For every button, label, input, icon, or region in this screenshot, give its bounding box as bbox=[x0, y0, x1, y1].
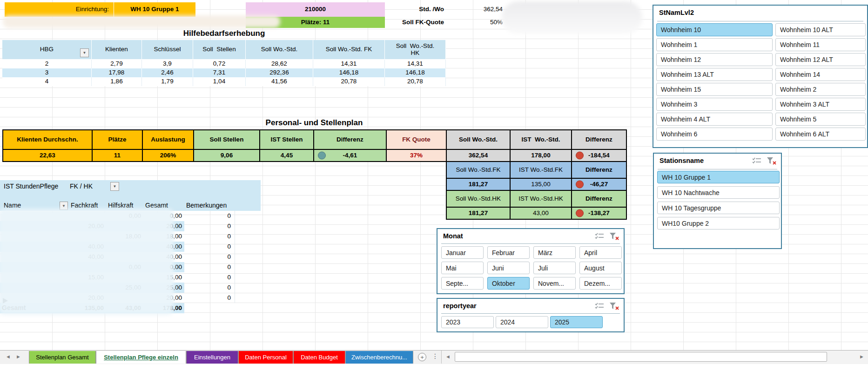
fk-value-soll: 181,27 bbox=[446, 178, 511, 191]
std-wo-value: 362,54 bbox=[446, 2, 505, 17]
tab-stellenplan-gesamt[interactable]: Stellenplan Gesamt bbox=[29, 351, 96, 364]
slicer-item-wh10-gruppe1[interactable]: WH 10 Gruppe 1 bbox=[657, 171, 780, 183]
slicer-item-2025[interactable]: 2025 bbox=[550, 316, 603, 328]
slicer-item-januar[interactable]: Januar bbox=[441, 246, 484, 259]
table-cell: 0 bbox=[184, 211, 235, 221]
negative-status-circle-icon bbox=[576, 181, 584, 189]
add-sheet-icon[interactable]: + bbox=[418, 353, 426, 361]
scrollbar-thumb[interactable] bbox=[455, 352, 827, 362]
slicer-item-2024[interactable]: 2024 bbox=[496, 316, 548, 328]
hk-value-differenz: -138,27 bbox=[571, 207, 627, 220]
slicer-item[interactable]: Wohnheim 5 bbox=[775, 113, 866, 126]
table-cell: 0 bbox=[184, 272, 235, 283]
soll-fk-quote-label: Soll FK-Quote bbox=[386, 17, 444, 28]
clear-filter-icon[interactable] bbox=[609, 302, 620, 311]
table-cell: 0 bbox=[184, 221, 235, 231]
slicer-item[interactable]: Wohnheim 11 bbox=[775, 38, 866, 51]
fk-hk-filter-dropdown-icon[interactable]: ▼ bbox=[110, 182, 119, 191]
redaction-blur bbox=[3, 15, 280, 28]
slicer-item[interactable]: Wohnheim 3 ALT bbox=[775, 98, 866, 111]
table-cell: 0 bbox=[184, 231, 235, 242]
tab-einstellungen[interactable]: Einstellungen bbox=[186, 351, 238, 364]
hk-col-soll: Soll Wo.-Std.HK bbox=[446, 190, 511, 208]
multi-select-icon[interactable] bbox=[594, 232, 605, 241]
plan-col-differenz: Differenz bbox=[313, 129, 387, 150]
hbe-col-soll-wo-std-fk: Soll Wo.-Std. FK bbox=[313, 40, 385, 60]
slicer-item[interactable]: Wohnheim 10 ALT bbox=[775, 23, 866, 36]
hbe-col-soll-stellen: Soll Stellen bbox=[193, 40, 246, 60]
slicer-item[interactable]: Wohnheim 4 ALT bbox=[656, 113, 773, 126]
slicer-item[interactable]: Wohnheim 13 ALT bbox=[656, 68, 773, 81]
plan-value: 22,63 bbox=[2, 149, 93, 162]
einrichtung-value: WH 10 Gruppe 1 bbox=[114, 2, 195, 17]
slicer-item-september[interactable]: Septe... bbox=[441, 277, 484, 290]
multi-select-icon[interactable] bbox=[594, 302, 605, 311]
tab-daten-personal[interactable]: Daten Personal bbox=[238, 351, 293, 364]
table-cell: 0 bbox=[184, 262, 235, 272]
slicer-item-februar[interactable]: Februar bbox=[487, 246, 530, 259]
hk-value-ist: 43,00 bbox=[510, 207, 572, 220]
hk-col-ist: IST Wo.-Std.HK bbox=[510, 190, 572, 208]
slicer-item[interactable]: Wohnheim 12 bbox=[656, 53, 773, 66]
plan-value: 178,00 bbox=[510, 149, 572, 162]
slicer-item-juni[interactable]: Juni bbox=[487, 262, 530, 274]
monat-slicer-title: Monat bbox=[443, 232, 463, 240]
hbe-col-soll-wo-std: Soll Wo.-Std. bbox=[246, 40, 313, 60]
cost-center-cell: 210000 bbox=[246, 2, 385, 17]
slicer-item[interactable]: WH 10 Nachtwache bbox=[657, 186, 780, 199]
hbe-cell: 20,78 bbox=[385, 77, 446, 86]
slicer-item[interactable]: Wohnheim 1 bbox=[656, 38, 773, 51]
slicer-item-oktober[interactable]: Oktober bbox=[487, 277, 530, 290]
hbe-cell: 14,31 bbox=[313, 60, 385, 68]
slicer-item[interactable]: Wohnheim 12 ALT bbox=[775, 53, 866, 66]
hbe-cell: 3,9 bbox=[142, 60, 193, 68]
slicer-item-juli[interactable]: Juli bbox=[533, 262, 576, 274]
slicer-item[interactable]: Wohnheim 6 ALT bbox=[775, 128, 866, 141]
slicer-item-maerz[interactable]: März bbox=[533, 246, 576, 259]
slicer-item-wohnheim-10[interactable]: Wohnheim 10 bbox=[656, 23, 773, 36]
clear-filter-icon[interactable] bbox=[766, 156, 777, 166]
slicer-item[interactable]: Wohnheim 14 bbox=[775, 68, 866, 81]
hbe-cell: 1,79 bbox=[142, 77, 193, 86]
clear-filter-icon[interactable] bbox=[609, 232, 620, 241]
table-cell: 0 bbox=[184, 252, 235, 262]
slicer-item-november[interactable]: Novem... bbox=[533, 277, 576, 290]
scroll-left-icon[interactable]: ◄ bbox=[445, 354, 451, 359]
spreadsheet: Einrichtung: WH 10 Gruppe 1 210000 Std. … bbox=[0, 0, 868, 371]
scroll-right-icon[interactable]: ► bbox=[859, 354, 864, 359]
slicer-item[interactable]: WH 10 Tagesgruppe bbox=[657, 202, 780, 214]
slicer-item-april[interactable]: April bbox=[579, 246, 622, 259]
hbe-cell: 4 bbox=[2, 77, 92, 86]
tab-zwischenberechnung[interactable]: Zwischenberechnu... bbox=[345, 351, 413, 364]
stationsname-slicer: Stationsname WH 10 Gruppe 1 WH 10 Nachtw… bbox=[653, 153, 782, 249]
slicer-item[interactable]: Wohnheim 6 bbox=[656, 128, 773, 141]
negative-status-circle-icon bbox=[576, 209, 584, 217]
slicer-item-mai[interactable]: Mai bbox=[441, 262, 484, 274]
prev-sheet-icon[interactable]: ◄ bbox=[6, 354, 11, 359]
horizontal-scrollbar[interactable]: ◄ ► bbox=[441, 351, 868, 364]
multi-select-icon[interactable] bbox=[751, 156, 762, 166]
slicer-item[interactable]: Wohnheim 3 bbox=[656, 98, 773, 111]
table-cell: 0 bbox=[184, 242, 235, 252]
plan-value-differenz2: -184,54 bbox=[571, 149, 627, 162]
tab-stellenplan-pflege-einzeln[interactable]: Stellenplan Pflege einzeln bbox=[96, 351, 186, 364]
fk-col-differenz: Differenz bbox=[571, 161, 627, 179]
slicer-item-2023[interactable]: 2023 bbox=[441, 316, 494, 328]
slicer-item[interactable]: WH10 Gruppe 2 bbox=[657, 217, 780, 229]
hbe-cell: 17,98 bbox=[92, 68, 142, 77]
tab-options-icon[interactable]: ⋮ bbox=[432, 352, 438, 360]
reportyear-slicer-title: reportyear bbox=[443, 302, 477, 310]
hbg-filter-dropdown-icon[interactable]: ▼ bbox=[80, 48, 89, 57]
hbe-cell: 2 bbox=[2, 60, 92, 68]
tab-daten-budget[interactable]: Daten Budget bbox=[293, 351, 345, 364]
slicer-item-dezember[interactable]: Dezem... bbox=[579, 277, 622, 290]
redaction-blur bbox=[0, 209, 174, 315]
fk-value-differenz: -46,27 bbox=[571, 178, 627, 191]
hbe-cell: 292,36 bbox=[246, 68, 313, 77]
slicer-item[interactable]: Wohnheim 15 bbox=[656, 83, 773, 96]
hk-col-differenz: Differenz bbox=[571, 190, 627, 208]
hbe-col-soll-wo-std-hk: Soll Wo.-Std. HK bbox=[385, 40, 446, 60]
slicer-item[interactable]: Wohnheim 2 bbox=[775, 83, 866, 96]
slicer-item-august[interactable]: August bbox=[579, 262, 622, 274]
next-sheet-icon[interactable]: ► bbox=[16, 354, 21, 359]
